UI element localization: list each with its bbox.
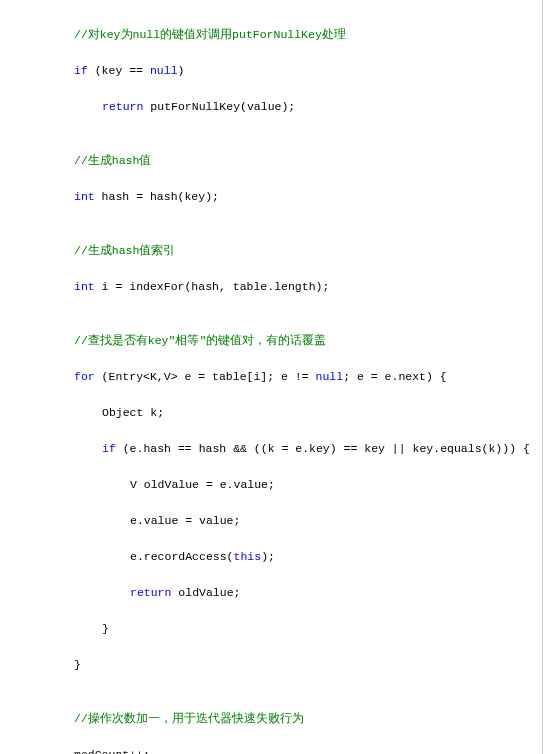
code-line: for (Entry<K,V> e = table[i]; e != null;…: [56, 368, 542, 386]
code-block: //对key为null的键值对调用putForNullKey处理 if (key…: [0, 0, 543, 754]
code-line: //操作次数加一，用于迭代器快速失败行为: [56, 710, 542, 728]
keyword-this: this: [234, 550, 262, 563]
keyword-return: return: [130, 586, 171, 599]
code-text: hash = hash(key);: [95, 190, 219, 203]
code-text: }: [102, 622, 109, 635]
code-line: e.value = value;: [112, 512, 542, 530]
keyword-int: int: [74, 280, 95, 293]
keyword-if: if: [102, 442, 116, 455]
code-text: (key ==: [88, 64, 150, 77]
keyword-for: for: [74, 370, 95, 383]
code-line: int i = indexFor(hash, table.length);: [56, 278, 542, 296]
code-text: (e.hash == hash && ((k = e.key) == key |…: [116, 442, 530, 455]
code-line: }: [56, 656, 542, 674]
code-text: }: [74, 658, 81, 671]
code-text: e.value = value;: [130, 514, 240, 527]
code-line: e.recordAccess(this);: [112, 548, 542, 566]
code-text: (Entry<K,V> e = table[i]; e !=: [95, 370, 316, 383]
code-text: Object k;: [102, 406, 164, 419]
code-line: }: [84, 620, 542, 638]
comment: //生成hash值: [74, 154, 151, 167]
keyword-int: int: [74, 190, 95, 203]
code-line: //生成hash值索引: [56, 242, 542, 260]
code-text: putForNullKey(value);: [143, 100, 295, 113]
keyword-null: null: [316, 370, 344, 383]
code-text: modCount++;: [74, 748, 150, 754]
code-line: return putForNullKey(value);: [84, 98, 542, 116]
keyword-if: if: [74, 64, 88, 77]
code-text: );: [261, 550, 275, 563]
comment: //查找是否有key"相等"的键值对，有的话覆盖: [74, 334, 326, 347]
comment: //生成hash值索引: [74, 244, 175, 257]
code-text: V oldValue = e.value;: [130, 478, 275, 491]
code-line: //对key为null的键值对调用putForNullKey处理: [56, 26, 542, 44]
code-line: if (key == null): [56, 62, 542, 80]
keyword-return: return: [102, 100, 143, 113]
code-line: //查找是否有key"相等"的键值对，有的话覆盖: [56, 332, 542, 350]
code-text: e.recordAccess(: [130, 550, 234, 563]
code-text: oldValue;: [171, 586, 240, 599]
keyword-null: null: [150, 64, 178, 77]
code-line: return oldValue;: [112, 584, 542, 602]
code-line: Object k;: [84, 404, 542, 422]
code-line: int hash = hash(key);: [56, 188, 542, 206]
comment: //对key为null的键值对调用putForNullKey处理: [74, 28, 346, 41]
code-text: ): [178, 64, 185, 77]
code-line: V oldValue = e.value;: [112, 476, 542, 494]
comment: //操作次数加一，用于迭代器快速失败行为: [74, 712, 304, 725]
code-line: modCount++;: [56, 746, 542, 754]
code-text: i = indexFor(hash, table.length);: [95, 280, 330, 293]
code-line: //生成hash值: [56, 152, 542, 170]
code-text: ; e = e.next) {: [343, 370, 447, 383]
code-line: if (e.hash == hash && ((k = e.key) == ke…: [84, 440, 542, 458]
